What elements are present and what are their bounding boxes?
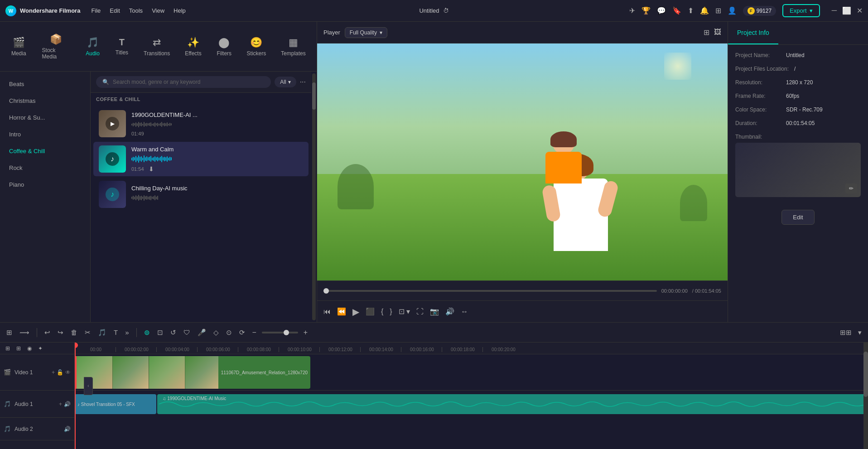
- zoom-slider[interactable]: [262, 332, 298, 333]
- audio-add-button[interactable]: +: [59, 401, 62, 407]
- tab-templates[interactable]: ▦ Templates: [275, 33, 312, 60]
- audio-clip-music[interactable]: ♫ 1990GOLDENTIME-AI Music: [157, 394, 868, 414]
- tab-audio[interactable]: 🎵 Audio: [79, 33, 106, 60]
- project-edit-button[interactable]: Edit: [781, 210, 814, 225]
- audio-volume-button[interactable]: 🔊: [64, 401, 71, 407]
- category-coffee-chill[interactable]: Coffee & Chill: [0, 143, 90, 159]
- playhead[interactable]: [75, 343, 76, 449]
- minimize-button[interactable]: ─: [832, 6, 837, 15]
- search-input[interactable]: [113, 79, 265, 85]
- audio2-volume-button[interactable]: 🔊: [64, 426, 71, 432]
- skip-back-button[interactable]: ⏮: [323, 308, 331, 316]
- reverse-button[interactable]: ↺: [169, 327, 178, 338]
- crop-button[interactable]: ⊡: [155, 327, 165, 338]
- speed-button[interactable]: ⊚: [142, 327, 152, 338]
- keyframe-button[interactable]: ◇: [212, 327, 221, 338]
- tab-stock-media[interactable]: 📦 Stock Media: [35, 30, 77, 63]
- zoom-in-button[interactable]: +: [302, 327, 309, 338]
- add-video-track-button[interactable]: ⊞: [4, 343, 12, 353]
- audio-clip-sfx[interactable]: ♪ Shovel Transition 05 - SFX: [75, 394, 156, 414]
- category-piano[interactable]: Piano: [0, 177, 90, 193]
- category-beats[interactable]: Beats: [0, 76, 90, 92]
- menu-file[interactable]: File: [91, 7, 101, 14]
- snapshot-button[interactable]: 📷: [430, 307, 439, 316]
- image-view-icon[interactable]: 🖼: [714, 28, 721, 37]
- voice-button[interactable]: 🎤: [196, 327, 208, 338]
- menu-tools[interactable]: Tools: [129, 7, 143, 14]
- video-clip-1[interactable]: 111067D_Amusement_Relation_1280x720: [75, 356, 310, 389]
- tab-titles[interactable]: T Titles: [108, 34, 135, 59]
- tab-project-info[interactable]: Project Info: [728, 22, 778, 44]
- message-icon[interactable]: 💬: [657, 6, 666, 15]
- award-icon[interactable]: 🏆: [641, 6, 651, 15]
- frame-back-button[interactable]: ⏪: [337, 307, 346, 316]
- send-icon[interactable]: ✈: [629, 6, 635, 15]
- bookmark-icon[interactable]: 🔖: [672, 6, 681, 15]
- tab-media[interactable]: 🎬 Media: [5, 33, 33, 60]
- delete-button[interactable]: 🗑: [69, 327, 79, 338]
- timeline-options-button[interactable]: ▾: [856, 327, 863, 338]
- quality-selector[interactable]: Full Quality ▾: [345, 27, 387, 38]
- video-add-button[interactable]: +: [52, 369, 55, 376]
- timeline-vertical-scrollbar[interactable]: [863, 343, 868, 449]
- audio-detach-button[interactable]: 🎵: [96, 327, 108, 338]
- export-button[interactable]: Export ▾: [782, 4, 820, 17]
- tab-transitions[interactable]: ⇄ Transitions: [137, 33, 176, 60]
- maximize-button[interactable]: ⬜: [842, 6, 851, 15]
- text-button[interactable]: T: [112, 327, 120, 338]
- grid-icon[interactable]: ⊞: [715, 6, 721, 15]
- volume-button[interactable]: 🔊: [445, 307, 454, 316]
- zoom-thumb[interactable]: [284, 330, 289, 335]
- mask-button[interactable]: 🛡: [182, 327, 192, 338]
- audio-item-1[interactable]: ▶ 1990GOLDENTIME-AI ... 01:49: [93, 106, 309, 141]
- tracker-button[interactable]: ⊙: [224, 327, 234, 338]
- clip-options-button[interactable]: ⊡ ▾: [399, 307, 410, 316]
- collapse-panel-button[interactable]: ‹: [84, 377, 93, 395]
- menu-edit[interactable]: Edit: [110, 7, 120, 14]
- redo-button[interactable]: ↪: [56, 327, 65, 338]
- timeline-view-toggle[interactable]: ⊞: [5, 327, 14, 338]
- video-mute-button[interactable]: 👁: [65, 369, 71, 376]
- progress-thumb[interactable]: [323, 288, 329, 294]
- mark-in-button[interactable]: {: [381, 308, 383, 316]
- zoom-out-button[interactable]: −: [251, 327, 258, 338]
- filter-dropdown[interactable]: All ▾: [275, 77, 296, 87]
- timeline-layout-button[interactable]: ⊞⊞: [838, 327, 854, 338]
- menu-help[interactable]: Help: [174, 7, 186, 14]
- audio-list-scrollbar[interactable]: [312, 73, 316, 320]
- category-intro[interactable]: Intro: [0, 126, 90, 142]
- undo-button[interactable]: ↩: [43, 327, 52, 338]
- upload-icon[interactable]: ⬆: [688, 6, 694, 15]
- download-icon[interactable]: ⬇: [149, 165, 154, 173]
- bell-icon[interactable]: 🔔: [700, 6, 709, 15]
- progress-bar[interactable]: [323, 290, 657, 292]
- search-input-wrap[interactable]: 🔍: [96, 76, 271, 88]
- user-avatar[interactable]: 👤: [728, 6, 737, 15]
- cut-button[interactable]: ✂: [83, 327, 92, 338]
- add-pip-track-button[interactable]: ◉: [25, 343, 34, 353]
- video-lock-button[interactable]: 🔓: [57, 369, 63, 376]
- stop-button[interactable]: ⬛: [366, 307, 375, 316]
- magic-button[interactable]: ✦: [36, 343, 44, 353]
- tab-stickers[interactable]: 😊 Stickers: [240, 33, 273, 60]
- grid-view-icon[interactable]: ⊞: [704, 28, 709, 37]
- menu-view[interactable]: View: [152, 7, 164, 14]
- fit-button[interactable]: ↔: [461, 308, 468, 316]
- snap-toggle[interactable]: ⟿: [18, 327, 31, 338]
- mark-out-button[interactable]: }: [390, 308, 392, 316]
- tab-filters[interactable]: ⬤ Filters: [210, 33, 238, 60]
- category-christmas[interactable]: Christmas: [0, 93, 90, 109]
- stabilize-button[interactable]: ⟳: [237, 327, 247, 338]
- more-tools-button[interactable]: »: [123, 327, 130, 338]
- audio-item-3[interactable]: ♪ Chilling Day-AI music: [93, 177, 309, 212]
- fullscreen-button[interactable]: ⛶: [416, 308, 424, 316]
- close-button[interactable]: ✕: [857, 6, 863, 15]
- category-rock[interactable]: Rock: [0, 160, 90, 176]
- tab-effects[interactable]: ✨ Effects: [178, 33, 208, 60]
- play-button[interactable]: ▶: [352, 306, 359, 317]
- add-audio-track-button[interactable]: ⊞: [14, 343, 23, 353]
- thumbnail-edit-button[interactable]: ✏: [845, 183, 857, 193]
- more-options-icon[interactable]: ···: [300, 78, 306, 86]
- category-horror[interactable]: Horror & Su...: [0, 110, 90, 126]
- audio-item-2[interactable]: ♪ Warm and Calm 01:54: [93, 142, 309, 176]
